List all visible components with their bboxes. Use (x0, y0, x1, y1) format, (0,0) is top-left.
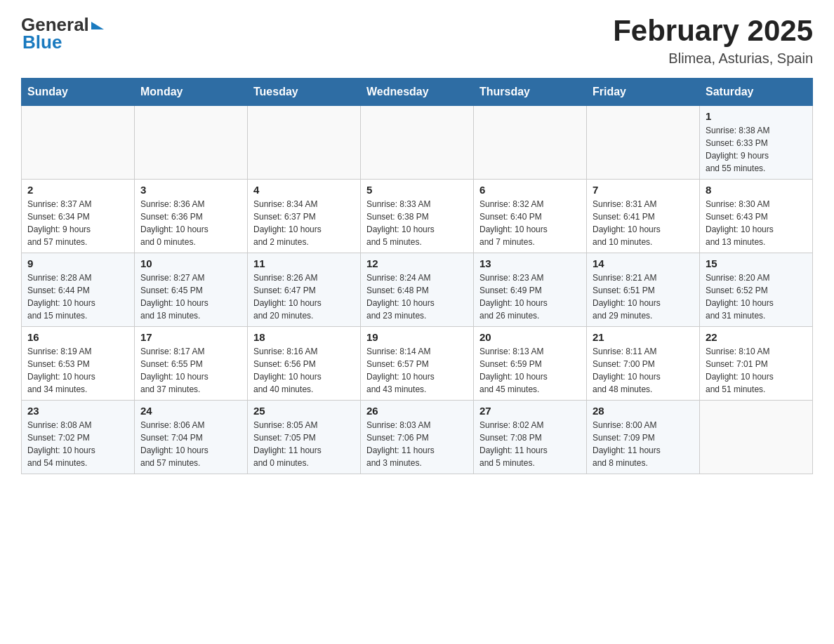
day-info: Sunrise: 8:31 AM Sunset: 6:41 PM Dayligh… (593, 198, 694, 248)
day-info: Sunrise: 8:21 AM Sunset: 6:51 PM Dayligh… (593, 271, 694, 322)
day-number: 4 (253, 184, 355, 196)
calendar-cell: 18Sunrise: 8:16 AM Sunset: 6:56 PM Dayli… (248, 327, 361, 401)
day-info: Sunrise: 8:34 AM Sunset: 6:37 PM Dayligh… (253, 198, 355, 248)
day-info: Sunrise: 8:06 AM Sunset: 7:04 PM Dayligh… (140, 419, 241, 469)
calendar-week-row: 16Sunrise: 8:19 AM Sunset: 6:53 PM Dayli… (22, 327, 813, 401)
calendar-cell: 24Sunrise: 8:06 AM Sunset: 7:04 PM Dayli… (135, 401, 248, 474)
day-info: Sunrise: 8:23 AM Sunset: 6:49 PM Dayligh… (479, 271, 581, 322)
day-number: 12 (366, 257, 468, 269)
day-number: 24 (140, 405, 241, 417)
day-info: Sunrise: 8:02 AM Sunset: 7:08 PM Dayligh… (479, 419, 581, 469)
calendar-cell: 7Sunrise: 8:31 AM Sunset: 6:41 PM Daylig… (587, 180, 700, 253)
day-info: Sunrise: 8:33 AM Sunset: 6:38 PM Dayligh… (366, 198, 468, 248)
calendar-cell (135, 106, 248, 180)
calendar-cell: 19Sunrise: 8:14 AM Sunset: 6:57 PM Dayli… (361, 327, 474, 401)
weekday-header-tuesday: Tuesday (248, 79, 361, 106)
day-info: Sunrise: 8:16 AM Sunset: 6:56 PM Dayligh… (253, 345, 355, 396)
weekday-header-friday: Friday (587, 79, 700, 106)
day-number: 7 (593, 184, 694, 196)
day-number: 9 (27, 257, 128, 269)
day-info: Sunrise: 8:30 AM Sunset: 6:43 PM Dayligh… (706, 198, 807, 248)
weekday-header-sunday: Sunday (22, 79, 135, 106)
weekday-header-thursday: Thursday (474, 79, 587, 106)
calendar-cell (361, 106, 474, 180)
day-number: 14 (593, 257, 694, 269)
calendar-table: SundayMondayTuesdayWednesdayThursdayFrid… (21, 78, 813, 474)
day-info: Sunrise: 8:19 AM Sunset: 6:53 PM Dayligh… (27, 345, 128, 396)
title-block: February 2025 Blimea, Asturias, Spain (613, 14, 813, 67)
day-info: Sunrise: 8:03 AM Sunset: 7:06 PM Dayligh… (366, 419, 468, 469)
day-info: Sunrise: 8:17 AM Sunset: 6:55 PM Dayligh… (140, 345, 241, 396)
calendar-cell: 15Sunrise: 8:20 AM Sunset: 6:52 PM Dayli… (700, 253, 813, 327)
calendar-cell (700, 401, 813, 474)
day-info: Sunrise: 8:05 AM Sunset: 7:05 PM Dayligh… (253, 419, 355, 469)
day-number: 11 (253, 257, 355, 269)
day-number: 22 (706, 331, 807, 343)
calendar-cell: 23Sunrise: 8:08 AM Sunset: 7:02 PM Dayli… (22, 401, 135, 474)
day-info: Sunrise: 8:10 AM Sunset: 7:01 PM Dayligh… (706, 345, 807, 396)
day-number: 8 (706, 184, 807, 196)
calendar-cell: 6Sunrise: 8:32 AM Sunset: 6:40 PM Daylig… (474, 180, 587, 253)
calendar-header-row: SundayMondayTuesdayWednesdayThursdayFrid… (22, 79, 813, 106)
calendar-cell: 5Sunrise: 8:33 AM Sunset: 6:38 PM Daylig… (361, 180, 474, 253)
day-number: 10 (140, 257, 241, 269)
weekday-header-wednesday: Wednesday (361, 79, 474, 106)
calendar-cell: 10Sunrise: 8:27 AM Sunset: 6:45 PM Dayli… (135, 253, 248, 327)
calendar-cell: 20Sunrise: 8:13 AM Sunset: 6:59 PM Dayli… (474, 327, 587, 401)
calendar-cell: 22Sunrise: 8:10 AM Sunset: 7:01 PM Dayli… (700, 327, 813, 401)
calendar-cell: 11Sunrise: 8:26 AM Sunset: 6:47 PM Dayli… (248, 253, 361, 327)
weekday-header-saturday: Saturday (700, 79, 813, 106)
day-info: Sunrise: 8:32 AM Sunset: 6:40 PM Dayligh… (479, 198, 581, 248)
day-number: 20 (479, 331, 581, 343)
day-info: Sunrise: 8:26 AM Sunset: 6:47 PM Dayligh… (253, 271, 355, 322)
day-info: Sunrise: 8:38 AM Sunset: 6:33 PM Dayligh… (706, 124, 807, 175)
logo-blue-text: Blue (21, 32, 62, 53)
calendar-cell: 21Sunrise: 8:11 AM Sunset: 7:00 PM Dayli… (587, 327, 700, 401)
calendar-cell: 14Sunrise: 8:21 AM Sunset: 6:51 PM Dayli… (587, 253, 700, 327)
day-number: 19 (366, 331, 468, 343)
day-info: Sunrise: 8:28 AM Sunset: 6:44 PM Dayligh… (27, 271, 128, 322)
day-number: 28 (593, 405, 694, 417)
day-number: 25 (253, 405, 355, 417)
calendar-cell: 2Sunrise: 8:37 AM Sunset: 6:34 PM Daylig… (22, 180, 135, 253)
calendar-cell (248, 106, 361, 180)
weekday-header-monday: Monday (135, 79, 248, 106)
day-number: 5 (366, 184, 468, 196)
logo-triangle-icon (91, 22, 104, 29)
day-number: 15 (706, 257, 807, 269)
calendar-cell: 28Sunrise: 8:00 AM Sunset: 7:09 PM Dayli… (587, 401, 700, 474)
calendar-cell: 17Sunrise: 8:17 AM Sunset: 6:55 PM Dayli… (135, 327, 248, 401)
calendar-cell: 9Sunrise: 8:28 AM Sunset: 6:44 PM Daylig… (22, 253, 135, 327)
day-number: 3 (140, 184, 241, 196)
calendar-week-row: 1Sunrise: 8:38 AM Sunset: 6:33 PM Daylig… (22, 106, 813, 180)
calendar-week-row: 9Sunrise: 8:28 AM Sunset: 6:44 PM Daylig… (22, 253, 813, 327)
day-info: Sunrise: 8:24 AM Sunset: 6:48 PM Dayligh… (366, 271, 468, 322)
page-header: General Blue February 2025 Blimea, Astur… (21, 14, 813, 67)
day-number: 18 (253, 331, 355, 343)
calendar-cell: 4Sunrise: 8:34 AM Sunset: 6:37 PM Daylig… (248, 180, 361, 253)
day-number: 1 (706, 110, 807, 122)
calendar-cell: 27Sunrise: 8:02 AM Sunset: 7:08 PM Dayli… (474, 401, 587, 474)
calendar-cell: 26Sunrise: 8:03 AM Sunset: 7:06 PM Dayli… (361, 401, 474, 474)
calendar-cell: 12Sunrise: 8:24 AM Sunset: 6:48 PM Dayli… (361, 253, 474, 327)
day-info: Sunrise: 8:13 AM Sunset: 6:59 PM Dayligh… (479, 345, 581, 396)
calendar-week-row: 2Sunrise: 8:37 AM Sunset: 6:34 PM Daylig… (22, 180, 813, 253)
calendar-cell: 25Sunrise: 8:05 AM Sunset: 7:05 PM Dayli… (248, 401, 361, 474)
day-number: 13 (479, 257, 581, 269)
day-info: Sunrise: 8:08 AM Sunset: 7:02 PM Dayligh… (27, 419, 128, 469)
calendar-cell: 1Sunrise: 8:38 AM Sunset: 6:33 PM Daylig… (700, 106, 813, 180)
calendar-cell: 16Sunrise: 8:19 AM Sunset: 6:53 PM Dayli… (22, 327, 135, 401)
day-info: Sunrise: 8:37 AM Sunset: 6:34 PM Dayligh… (27, 198, 128, 248)
day-number: 16 (27, 331, 128, 343)
calendar-cell: 3Sunrise: 8:36 AM Sunset: 6:36 PM Daylig… (135, 180, 248, 253)
logo: General Blue (21, 14, 104, 53)
day-number: 6 (479, 184, 581, 196)
day-info: Sunrise: 8:00 AM Sunset: 7:09 PM Dayligh… (593, 419, 694, 469)
calendar-cell (474, 106, 587, 180)
calendar-cell: 8Sunrise: 8:30 AM Sunset: 6:43 PM Daylig… (700, 180, 813, 253)
calendar-title: February 2025 (613, 14, 813, 48)
calendar-subtitle: Blimea, Asturias, Spain (613, 51, 813, 67)
calendar-cell: 13Sunrise: 8:23 AM Sunset: 6:49 PM Dayli… (474, 253, 587, 327)
day-info: Sunrise: 8:14 AM Sunset: 6:57 PM Dayligh… (366, 345, 468, 396)
day-info: Sunrise: 8:36 AM Sunset: 6:36 PM Dayligh… (140, 198, 241, 248)
